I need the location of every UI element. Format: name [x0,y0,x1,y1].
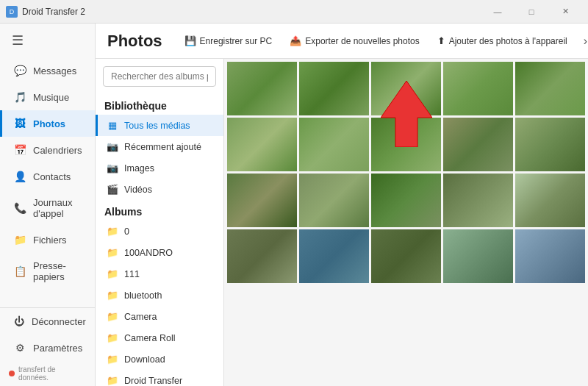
sidebar-item-music-label: Musique [33,92,69,103]
titlebar-left: D Droid Transfer 2 [6,6,85,18]
album-100andro-label: 100ANDRO [124,248,173,258]
sidebar-item-fichiers-label: Fichiers [33,235,67,246]
album-droid-transfer-1-icon: 📁 [107,375,118,386]
add-device-button[interactable]: ⬆ Ajouter des photos à l'appareil [430,31,575,51]
sidebar: ☰ 💬 Messages 🎵 Musique 🖼 Photos 📅 Calend… [0,24,96,386]
presse-icon: 📋 [14,265,26,277]
sidebar-menu-button[interactable]: ☰ [0,24,95,57]
album-camera-roll[interactable]: 📁 Camera Roll [96,327,223,349]
photo-cell-19[interactable] [443,229,513,283]
album-bluetooth[interactable]: 📁 bluetooth [96,285,223,306]
photo-cell-13[interactable] [371,174,441,227]
album-droid-transfer-1-label: Droid Transfer [124,376,182,386]
sidebar-item-presse[interactable]: 📋 Presse-papiers [0,253,95,290]
add-device-label: Ajouter des photos à l'appareil [449,36,567,46]
photo-cell-5[interactable] [515,62,585,115]
sidebar-item-journal[interactable]: 📞 Journaux d'appel [0,190,95,226]
photo-cell-10[interactable] [515,118,585,171]
album-camera-roll-label: Camera Roll [124,333,175,343]
titlebar-controls: — □ ✕ [481,0,582,24]
images-icon: 📷 [107,162,118,174]
sidebar-item-fichiers[interactable]: 📁 Fichiers [0,226,95,253]
photo-cell-3[interactable] [371,62,441,115]
album-0-label: 0 [124,226,129,237]
sidebar-item-photos[interactable]: 🖼 Photos [0,110,95,137]
photo-cell-9[interactable] [443,118,513,171]
album-111[interactable]: 📁 111 [96,263,223,285]
photo-cell-20[interactable] [515,229,585,283]
music-icon: 🎵 [14,91,26,103]
photo-cell-12[interactable] [299,174,369,227]
album-camera[interactable]: 📁 Camera [96,306,223,327]
photo-cell-7[interactable] [299,118,369,171]
photo-cell-11[interactable] [227,174,297,227]
sidebar-item-settings[interactable]: ⚙ Paramètres [0,335,95,361]
minimize-button[interactable]: — [481,0,514,24]
images-label: Images [124,163,154,174]
album-download[interactable]: 📁 Download [96,349,223,370]
videos-label: Vidéos [124,185,152,195]
album-camera-label: Camera [124,312,157,322]
albums-section-title: Albums [96,200,223,221]
album-0[interactable]: 📁 0 [96,221,223,242]
album-0-icon: 📁 [107,226,118,237]
library-recent[interactable]: 📷 Récemment ajouté [96,136,223,157]
recent-label: Récemment ajouté [124,142,201,152]
sidebar-status: transfert de données. [0,361,95,386]
album-download-label: Download [124,354,165,365]
photo-cell-6[interactable] [227,118,297,171]
photo-cell-2[interactable] [299,62,369,115]
export-new-button[interactable]: 📤 Exporter de nouvelles photos [282,31,426,51]
content-area: Bibliothèque ▦ Tous les médias 📷 Récemme… [96,59,588,386]
recent-icon: 📷 [107,141,118,152]
photo-cell-18[interactable] [371,229,441,283]
fichiers-icon: 📁 [14,234,26,246]
sidebar-item-contacts-label: Contacts [33,171,71,182]
all-media-icon: ▦ [107,120,118,131]
sidebar-item-messages[interactable]: 💬 Messages [0,57,95,84]
maximize-button[interactable]: □ [514,0,548,24]
album-100andro[interactable]: 📁 100ANDRO [96,242,223,263]
album-100andro-icon: 📁 [107,247,118,258]
search-input[interactable] [103,66,216,87]
disconnect-icon: ⏻ [14,315,24,327]
sidebar-item-calendriers-label: Calendriers [33,145,82,156]
all-media-label: Tous les médias [124,121,190,131]
photo-cell-1[interactable] [227,62,297,115]
photo-cell-8[interactable] [371,118,441,171]
app-title: Droid Transfer 2 [22,7,85,17]
page-title: Photos [107,32,162,51]
sidebar-item-disconnect[interactable]: ⏻ Déconnecter [0,308,95,335]
photo-cell-16[interactable] [227,229,297,283]
sidebar-item-journal-label: Journaux d'appel [33,197,83,219]
library-images[interactable]: 📷 Images [96,157,223,179]
settings-icon: ⚙ [14,342,26,354]
journal-icon: 📞 [14,202,26,214]
album-droid-transfer-1[interactable]: 📁 Droid Transfer [96,370,223,386]
photo-cell-17[interactable] [299,229,369,283]
status-text: transfert de données. [18,365,86,382]
close-button[interactable]: ✕ [548,0,582,24]
library-all-media[interactable]: ▦ Tous les médias [96,115,223,136]
photo-cell-4[interactable] [443,62,513,115]
sidebar-item-calendriers[interactable]: 📅 Calendriers [0,137,95,163]
sidebar-item-presse-label: Presse-papiers [33,260,83,282]
photo-grid-area [224,59,588,386]
photo-cell-15[interactable] [515,174,585,227]
app-body: ☰ 💬 Messages 🎵 Musique 🖼 Photos 📅 Calend… [0,24,588,386]
album-111-icon: 📁 [107,268,118,279]
toolbar-more-icon[interactable]: › [578,32,588,51]
library-section-title: Bibliothèque [96,94,223,115]
library-videos[interactable]: 🎬 Vidéos [96,179,223,200]
calendriers-icon: 📅 [14,144,26,156]
sidebar-item-contacts[interactable]: 👤 Contacts [0,163,95,190]
titlebar: D Droid Transfer 2 — □ ✕ [0,0,588,24]
album-camera-icon: 📁 [107,311,118,322]
sidebar-item-music[interactable]: 🎵 Musique [0,84,95,110]
photos-icon: 🖼 [14,118,26,129]
album-download-icon: 📁 [107,354,118,365]
left-panel: Bibliothèque ▦ Tous les médias 📷 Récemme… [96,59,224,386]
album-bluetooth-icon: 📁 [107,290,118,301]
save-pc-button[interactable]: 💾 Enregistrer sur PC [177,31,280,51]
photo-cell-14[interactable] [443,174,513,227]
